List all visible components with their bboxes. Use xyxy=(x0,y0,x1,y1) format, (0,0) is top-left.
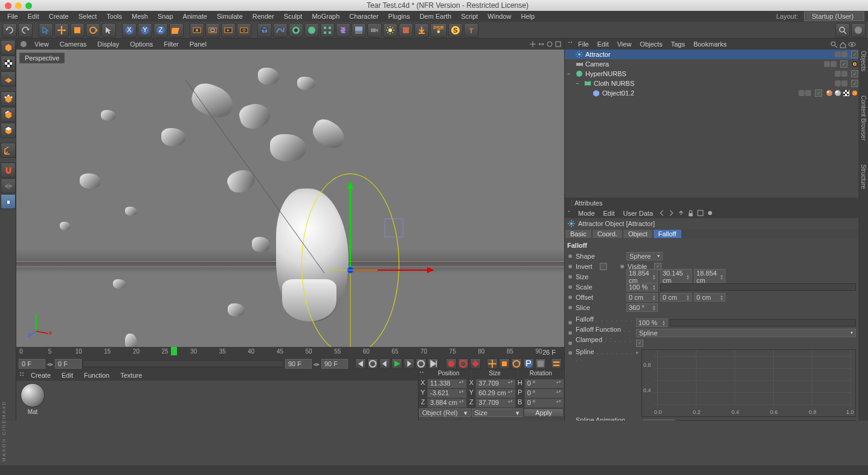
size-y-field[interactable]: 30.145 cm▴▾ xyxy=(660,269,692,285)
tree-expand-icon[interactable]: − xyxy=(567,71,573,77)
y-axis-lock[interactable]: Y xyxy=(138,23,152,37)
menu-demearth[interactable]: Dem Earth xyxy=(416,11,455,21)
add-generator[interactable] xyxy=(289,23,303,37)
menu-character[interactable]: Character xyxy=(346,11,382,21)
attr-tab-coord[interactable]: Coord. xyxy=(592,229,623,239)
tab-objects[interactable]: Objects xyxy=(860,51,867,71)
om-menu-bookmarks[interactable]: Bookmarks xyxy=(690,39,730,49)
vp-rotate-icon[interactable] xyxy=(546,40,553,48)
vp-menu-cameras[interactable]: Cameras xyxy=(55,39,92,49)
visibility-render-dot[interactable] xyxy=(805,90,811,96)
mat-menu-edit[interactable]: Edit xyxy=(57,370,78,380)
menu-snap[interactable]: Snap xyxy=(154,11,177,21)
visibility-editor-dot[interactable] xyxy=(799,90,805,96)
snap-toggle[interactable] xyxy=(1,163,16,178)
size-z-field[interactable]: 18.854 cm▴▾ xyxy=(694,269,725,285)
keyframe-sel-button[interactable] xyxy=(470,358,481,369)
coord-rot-field[interactable]: 0 °▴▾ xyxy=(524,398,564,408)
slice-field[interactable]: 360 °▴▾ xyxy=(626,303,658,312)
minimize-window-button[interactable] xyxy=(15,2,22,9)
workplane-mode[interactable] xyxy=(1,71,16,86)
point-mode[interactable] xyxy=(1,91,16,106)
coord-rot-field[interactable]: 0 °▴▾ xyxy=(524,379,564,389)
enable-checkbox[interactable]: ✓ xyxy=(840,60,847,68)
render-region[interactable] xyxy=(205,23,220,37)
menu-script[interactable]: Script xyxy=(457,11,481,21)
viewport[interactable]: Perspective xyxy=(16,50,564,347)
key-scale-button[interactable] xyxy=(499,358,510,369)
menu-render[interactable]: Render xyxy=(249,11,278,21)
coord-system[interactable] xyxy=(169,23,184,37)
offset-z-field[interactable]: 0 cm▴▾ xyxy=(694,293,725,302)
coord-pos-field[interactable]: -3.621 cm▴▾ xyxy=(427,389,467,398)
download-icon[interactable] xyxy=(414,23,429,37)
visibility-editor-dot[interactable] xyxy=(835,80,841,86)
add-deformer[interactable] xyxy=(336,23,350,37)
menu-select[interactable]: Select xyxy=(75,11,101,21)
enable-checkbox[interactable]: ✓ xyxy=(851,80,858,87)
attr-tab-basic[interactable]: Basic xyxy=(565,229,592,239)
attr-back-icon[interactable] xyxy=(658,209,666,217)
search-icon[interactable] xyxy=(835,23,850,37)
timeline-options-button[interactable] xyxy=(551,358,562,369)
key-param-button[interactable]: P xyxy=(523,358,534,369)
vp-maximize-icon[interactable] xyxy=(555,40,562,48)
menu-window[interactable]: Window xyxy=(484,11,515,21)
start-frame-field-2[interactable]: 0 F xyxy=(55,359,82,369)
tree-expand-icon[interactable]: − xyxy=(576,80,582,86)
frame-slider[interactable] xyxy=(83,360,284,367)
attr-tab-falloff[interactable]: Falloff xyxy=(653,229,682,239)
om-eye-icon[interactable] xyxy=(848,40,856,48)
vp-menu-view[interactable]: View xyxy=(30,39,54,49)
tag-phong-icon[interactable] xyxy=(826,89,833,97)
attr-menu-mode[interactable]: Mode xyxy=(574,209,599,218)
coords-size-dropdown[interactable]: Size▾ xyxy=(472,409,523,417)
model-mode[interactable] xyxy=(1,40,16,55)
om-menu-tags[interactable]: Tags xyxy=(667,39,689,49)
visibility-editor-dot[interactable] xyxy=(824,61,830,67)
polygon-mode[interactable] xyxy=(1,123,16,138)
menu-plugins[interactable]: Plugins xyxy=(385,11,414,21)
falloff-slider[interactable] xyxy=(670,319,856,326)
falloff-func-dropdown[interactable]: Spline▾ xyxy=(636,329,856,337)
play-button[interactable] xyxy=(391,358,402,369)
attr-up-icon[interactable] xyxy=(677,209,685,217)
tree-row-camera[interactable]: Camera✓ xyxy=(565,59,858,69)
object-manager-tree[interactable]: Attractor✓Camera✓−HyperNURBS✓−Cloth NURB… xyxy=(565,50,858,198)
edge-mode[interactable] xyxy=(1,107,16,122)
menu-help[interactable]: Help xyxy=(517,11,538,21)
scale-tool[interactable] xyxy=(70,23,85,37)
s-button[interactable]: S xyxy=(448,23,463,37)
attr-menu-edit[interactable]: Edit xyxy=(600,209,619,218)
tag-cloth-icon[interactable] xyxy=(843,89,850,97)
tab-structure[interactable]: Structure xyxy=(860,164,867,189)
menu-sculpt[interactable]: Sculpt xyxy=(280,11,306,21)
shape-dropdown[interactable]: Sphere▾ xyxy=(626,252,663,260)
prev-key-button[interactable] xyxy=(367,358,378,369)
spline-speed-field[interactable]: 0 %▴▾ xyxy=(643,419,675,421)
key-rot-button[interactable] xyxy=(511,358,522,369)
timeline-playhead[interactable] xyxy=(171,347,177,355)
end-frame-field-2[interactable]: 90 F xyxy=(321,359,348,369)
invert-checkbox[interactable] xyxy=(600,263,607,270)
spline-graph[interactable]: 0.8 0.4 0.0 0.2 0.4 0.6 0.8 1.0 xyxy=(641,349,856,417)
scale-slider[interactable] xyxy=(660,283,856,291)
visibility-render-dot[interactable] xyxy=(831,61,837,67)
menu-edit[interactable]: Edit xyxy=(24,11,43,21)
z-axis-lock[interactable]: Z xyxy=(153,23,168,37)
x-axis-lock[interactable]: X xyxy=(122,23,137,37)
om-menu-objects[interactable]: Objects xyxy=(636,39,666,49)
select-tool[interactable] xyxy=(39,23,53,37)
attr-tab-object[interactable]: Object xyxy=(623,229,653,239)
vp-menu-display[interactable]: Display xyxy=(92,39,124,49)
offset-x-field[interactable]: 0 cm▴▾ xyxy=(626,293,658,302)
end-frame-field[interactable]: 90 F xyxy=(285,359,312,369)
render-view[interactable] xyxy=(190,23,204,37)
next-frame-button[interactable] xyxy=(403,358,414,369)
goto-end-button[interactable] xyxy=(428,358,439,369)
enable-checkbox[interactable]: ✓ xyxy=(851,70,858,77)
mat-menu-texture[interactable]: Texture xyxy=(115,370,147,380)
om-menu-file[interactable]: File xyxy=(574,39,593,49)
tab-content-browser[interactable]: Content Browser xyxy=(860,95,867,140)
scale-field[interactable]: 100 %▴▾ xyxy=(626,283,658,291)
